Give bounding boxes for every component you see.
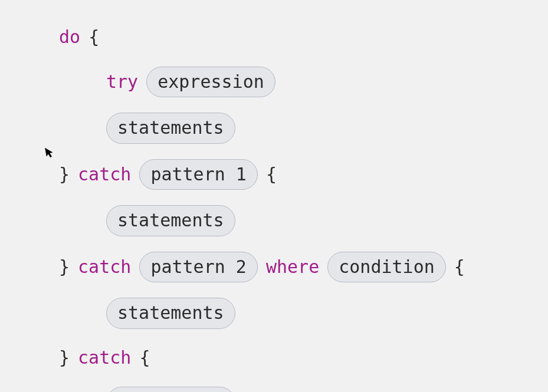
- brace-close: }: [59, 253, 70, 281]
- code-line: } catch pattern 1 {: [18, 159, 530, 190]
- keyword-where: where: [266, 253, 319, 281]
- placeholder-statements: statements: [106, 298, 235, 329]
- placeholder-pattern: pattern 2: [139, 252, 258, 283]
- code-line: statements: [18, 205, 530, 236]
- code-syntax-block: do { try expression statements } catch p…: [18, 24, 530, 392]
- keyword-try: try: [106, 68, 138, 96]
- code-line: do {: [18, 24, 530, 51]
- keyword-do: do: [59, 24, 80, 51]
- placeholder-expression: expression: [146, 67, 275, 98]
- placeholder-statements: statements: [106, 387, 235, 392]
- brace-open: {: [454, 253, 465, 281]
- placeholder-pattern: pattern 1: [139, 159, 258, 190]
- keyword-catch: catch: [78, 161, 131, 189]
- code-line: statements: [18, 387, 530, 392]
- code-line: } catch pattern 2 where condition {: [18, 252, 530, 283]
- code-line: try expression: [18, 67, 530, 98]
- brace-open: {: [139, 344, 150, 372]
- keyword-catch: catch: [78, 344, 131, 372]
- brace-close: }: [59, 344, 70, 372]
- code-line: } catch {: [18, 344, 530, 372]
- brace-close: }: [59, 161, 70, 189]
- placeholder-condition: condition: [327, 252, 446, 283]
- code-line: statements: [18, 298, 530, 329]
- keyword-catch: catch: [78, 253, 131, 281]
- placeholder-statements: statements: [106, 205, 235, 236]
- code-line: statements: [18, 113, 530, 144]
- placeholder-statements: statements: [106, 113, 235, 144]
- brace-open: {: [88, 24, 99, 51]
- brace-open: {: [266, 161, 277, 189]
